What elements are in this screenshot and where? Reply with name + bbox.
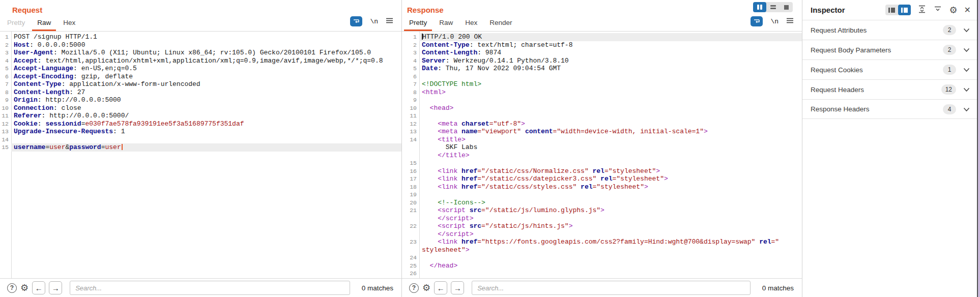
search-input[interactable] [472, 281, 751, 295]
line-number: 10 [402, 104, 419, 112]
inspector-section-request-headers[interactable]: Request Headers12 [802, 79, 977, 99]
code-line[interactable]: 8<html> [402, 88, 802, 97]
code-text: </head> [419, 262, 802, 270]
help-icon[interactable]: ? [409, 283, 419, 293]
inspector-settings-icon[interactable]: ⚙ [949, 6, 957, 15]
code-line[interactable]: 6 [402, 73, 802, 81]
code-line[interactable]: 10Connection: close [0, 104, 401, 112]
rows-layout-icon[interactable] [766, 2, 780, 12]
newline-visibility-icon[interactable]: \n [770, 18, 779, 25]
code-line[interactable]: 23 <link href="https://fonts.googleapis.… [402, 238, 802, 246]
line-number: 14 [0, 136, 11, 144]
previous-match-button[interactable]: ← [434, 281, 447, 294]
code-line[interactable]: 2Host: 0.0.0.0:5000 [0, 41, 401, 49]
code-line[interactable]: 9 [402, 96, 802, 104]
chevron-down-icon [963, 85, 970, 94]
response-tab-hex[interactable]: Hex [459, 15, 483, 31]
code-line[interactable]: 24 [402, 254, 802, 262]
match-count: 0 matches [362, 284, 393, 292]
code-line[interactable]: 11 [402, 112, 802, 120]
code-text: Accept-Language: en-US,en;q=0.5 [11, 65, 401, 73]
code-line[interactable]: 7Content-Type: application/x-www-form-ur… [0, 80, 401, 88]
columns-layout-icon[interactable] [753, 2, 766, 12]
search-input[interactable] [70, 281, 350, 295]
expand-all-icon[interactable] [917, 5, 927, 16]
code-line[interactable]: 17 <link href="/static/css/datepicker3.c… [402, 175, 802, 183]
previous-match-button[interactable]: ← [32, 281, 45, 294]
code-line[interactable]: 19 [402, 191, 802, 199]
editor-menu-icon[interactable] [786, 17, 794, 26]
request-tab-hex[interactable]: Hex [57, 15, 81, 31]
code-line[interactable]: 3User-Agent: Mozilla/5.0 (X11; Ubuntu; L… [0, 49, 401, 57]
next-match-button[interactable]: → [451, 281, 464, 294]
single-layout-icon[interactable] [780, 2, 793, 12]
search-settings-icon[interactable]: ⚙ [20, 283, 28, 292]
code-line[interactable]: 7<!DOCTYPE html> [402, 80, 802, 88]
response-tab-pretty[interactable]: Pretty [403, 15, 433, 31]
code-line[interactable]: 6Accept-Encoding: gzip, deflate [0, 73, 401, 81]
newline-visibility-icon[interactable]: \n [370, 18, 378, 25]
code-line[interactable]: 4Server: Werkzeug/0.14.1 Python/3.8.10 [402, 57, 802, 65]
code-text: <body> [419, 278, 802, 279]
code-text: username=user&password=user [11, 143, 401, 152]
code-line[interactable]: 10 <head> [402, 104, 802, 112]
code-line[interactable]: SKF Labs [402, 143, 802, 152]
inspector-section-response-headers[interactable]: Response Headers4 [802, 99, 977, 119]
code-line[interactable]: stylesheet"> [402, 246, 802, 254]
inspector-section-request-cookies[interactable]: Request Cookies1 [802, 60, 977, 79]
dock-collapsed-icon[interactable] [885, 5, 898, 15]
search-settings-icon[interactable]: ⚙ [422, 283, 430, 292]
code-line[interactable]: 9Origin: http://0.0.0.0:5000 [0, 96, 401, 104]
editor-menu-icon[interactable] [386, 17, 393, 26]
code-line[interactable]: 27 <body> [402, 278, 802, 279]
response-tab-raw[interactable]: Raw [433, 15, 459, 31]
code-line[interactable]: 14 [0, 136, 401, 144]
code-line[interactable]: 12Cookie: sessionid=e030f7ae578fa939191e… [0, 120, 401, 128]
code-line[interactable]: 20 <!--Icons--> [402, 199, 802, 207]
code-line[interactable]: 15 [402, 159, 802, 167]
code-line[interactable]: 15username=user&password=user [0, 143, 401, 152]
code-line[interactable]: 12 <meta charset="utf-8"> [402, 120, 802, 128]
code-line[interactable]: 5Date: Thu, 17 Nov 2022 09:04:54 GMT [402, 65, 802, 73]
code-line[interactable]: 16 <link href="/static/css/Normalize.css… [402, 167, 802, 175]
line-number: 21 [402, 206, 419, 215]
code-line[interactable]: 1HTTP/1.0 200 OK [402, 33, 802, 41]
code-line[interactable]: 3Content-Length: 9874 [402, 49, 802, 57]
code-text [11, 136, 401, 144]
soft-wrap-toggle-icon[interactable] [751, 16, 763, 26]
code-line[interactable]: 11Referer: http://0.0.0.0:5000/ [0, 112, 401, 120]
next-match-button[interactable]: → [49, 281, 62, 294]
code-line[interactable]: 14 <title> [402, 136, 802, 144]
code-line[interactable]: 25 </head> [402, 262, 802, 270]
code-text: <link href="/static/css/Normalize.css" r… [419, 167, 802, 175]
code-line[interactable]: 13Upgrade-Insecure-Requests: 1 [0, 128, 401, 136]
code-line[interactable]: 22 <script src="/static/js/hints.js"> [402, 222, 802, 230]
dock-expanded-icon[interactable] [898, 5, 911, 15]
code-line[interactable]: 21 <script src="/static/js/lumino.glyphs… [402, 206, 802, 215]
inspector-section-request-attributes[interactable]: Request Attributes2 [802, 20, 977, 40]
code-line[interactable]: </script> [402, 215, 802, 223]
request-tab-raw[interactable]: Raw [31, 15, 57, 31]
close-icon[interactable]: ✕ [964, 6, 971, 14]
code-line[interactable]: 13 <meta name="viewport" content="width=… [402, 128, 802, 136]
request-editor[interactable]: 1POST /signup HTTP/1.12Host: 0.0.0.0:500… [0, 32, 401, 278]
collapse-all-icon[interactable] [933, 5, 942, 16]
code-line[interactable]: 4Accept: text/html,application/xhtml+xml… [0, 57, 401, 65]
code-line[interactable]: 5Accept-Language: en-US,en;q=0.5 [0, 65, 401, 73]
response-editor[interactable]: 1HTTP/1.0 200 OK2Content-Type: text/html… [402, 32, 802, 278]
code-line[interactable]: 18 <link href="/static/css/styles.css" r… [402, 183, 802, 191]
code-line[interactable]: </script> [402, 230, 802, 239]
line-number: 15 [402, 159, 419, 167]
code-line[interactable]: 8Content-Length: 27 [0, 88, 401, 97]
response-tab-render[interactable]: Render [483, 15, 518, 31]
code-line[interactable]: 1POST /signup HTTP/1.1 [0, 33, 401, 41]
inspector-section-request-body-parameters[interactable]: Request Body Parameters2 [802, 40, 977, 60]
code-text: </title> [419, 152, 802, 160]
help-icon[interactable]: ? [7, 283, 17, 293]
inspector-title: Inspector [811, 6, 885, 14]
code-line[interactable]: </title> [402, 152, 802, 160]
code-line[interactable]: 2Content-Type: text/html; charset=utf-8 [402, 41, 802, 49]
chevron-down-icon [963, 45, 970, 54]
soft-wrap-toggle-icon[interactable] [350, 16, 362, 26]
code-line[interactable]: 26 [402, 270, 802, 278]
